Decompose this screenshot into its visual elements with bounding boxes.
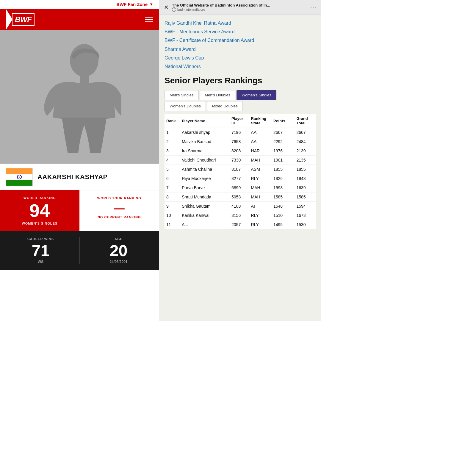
info-icon[interactable]: i [172, 7, 176, 12]
table-row: 3 Ira Sharma 8208 HAR 1976 2139 [165, 146, 316, 156]
cell-id: 6899 [230, 183, 249, 192]
flag-stripe-green [6, 180, 32, 186]
nav-link-rajiv[interactable]: Rajiv Gandhi Khel Ratna Award [165, 19, 316, 27]
cell-state: AI [249, 202, 272, 211]
th-points: Points [272, 114, 295, 128]
cell-points: 1510 [272, 211, 295, 220]
women-singles-label: WOMEN'S SINGLES [5, 222, 75, 225]
tab-mixed-doubles[interactable]: Mixed Doubles [207, 101, 243, 111]
browser-title: The Official Website of Badminton Associ… [172, 3, 307, 7]
cell-points: 1585 [272, 192, 295, 202]
cell-id: 4108 [230, 202, 249, 211]
cell-points: 1548 [272, 202, 295, 211]
cell-state: RLY [249, 174, 272, 183]
cell-state: MAH [249, 192, 272, 202]
cell-rank: 6 [165, 174, 180, 183]
tab-mens-singles[interactable]: Men's Singles [165, 90, 199, 100]
cell-id: 2057 [230, 220, 249, 229]
age-label: AGE [83, 237, 154, 241]
browser-more-button[interactable]: ··· [310, 4, 317, 10]
cell-name: Kanika Kanwal [180, 211, 230, 220]
career-divider [79, 237, 80, 264]
cell-id: 5058 [230, 192, 249, 202]
tab-womens-doubles[interactable]: Women's Doubles [165, 101, 206, 111]
career-wins-box: CAREER WINS 71 WS [5, 237, 76, 264]
tab-mens-doubles[interactable]: Men's Doubles [200, 90, 236, 100]
flag-stripe-orange [6, 168, 32, 174]
cell-total: 1530 [295, 220, 316, 229]
cell-rank: 5 [165, 165, 180, 174]
tab-womens-singles[interactable]: Women's Singles [237, 90, 276, 100]
nav-link-george[interactable]: George Lewis Cup [165, 54, 316, 62]
cell-id: 7330 [230, 156, 249, 165]
cell-id: 7196 [230, 128, 249, 137]
browser-title-area: The Official Website of Badminton Associ… [172, 3, 307, 12]
world-ranking-value: 94 [5, 201, 75, 220]
nav-link-bwf-meritorious[interactable]: BWF - Meritorious Service Award [165, 28, 316, 36]
cell-points: 1855 [272, 165, 295, 174]
world-ranking-box: WORLD RANKING 94 WOMEN'S SINGLES [0, 190, 79, 231]
cell-id: 3107 [230, 165, 249, 174]
no-current-label: NO CURRENT RANKING [84, 215, 154, 219]
player-silhouette [0, 30, 159, 164]
left-panel: BWF Fan Zone ▼ BWF [0, 0, 159, 321]
cell-state: HAR [249, 146, 272, 156]
bwf-header: BWF [0, 9, 159, 30]
cell-name: Shikha Gautam [180, 202, 230, 211]
cell-points: 1826 [272, 174, 295, 183]
table-row: 8 Shruti Mundada 5058 MAH 1585 1585 [165, 192, 316, 202]
cell-state: AAI [249, 137, 272, 146]
nav-link-national-winners[interactable]: National Winners [165, 62, 316, 71]
player-name: AAKARSHI KASHYAP [37, 173, 108, 181]
table-row: 7 Purva Barve 6899 MAH 1593 1639 [165, 183, 316, 192]
world-tour-ranking-box: WORLD TOUR RANKING — NO CURRENT RANKING [79, 190, 159, 231]
cell-total: 2139 [295, 146, 316, 156]
cell-total: 2484 [295, 137, 316, 146]
cell-id: 8208 [230, 146, 249, 156]
ranking-section: WORLD RANKING 94 WOMEN'S SINGLES WORLD T… [0, 190, 159, 231]
nav-link-bwf-certificate[interactable]: BWF - Certificate of Commendation Award [165, 36, 316, 44]
career-wins-value: 71 [5, 242, 76, 259]
fan-zone-label[interactable]: BWF Fan Zone [116, 2, 148, 7]
browser-close-button[interactable]: ✕ [164, 4, 168, 11]
cell-points: 1901 [272, 156, 295, 165]
career-wins-label: CAREER WINS [5, 237, 76, 241]
cell-total: 2667 [295, 128, 316, 137]
cell-points: 2292 [272, 137, 295, 146]
svg-rect-1 [80, 75, 89, 84]
table-row: 2 Malvika Bansod 7658 AAI 2292 2484 [165, 137, 316, 146]
player-name-bar: ⊙ AAKARSHI KASHYAP [0, 164, 159, 190]
right-panel: ✕ The Official Website of Badminton Asso… [159, 0, 321, 321]
hamburger-line-3 [145, 21, 153, 22]
nav-links: Rajiv Gandhi Khel Ratna Award BWF - Meri… [165, 19, 316, 71]
th-total: GrandTotal [295, 114, 316, 128]
table-row: 1 Aakarshi shyap 7196 AAI 2667 2667 [165, 128, 316, 137]
browser-url-bar: i badmintonindia.org [172, 7, 307, 12]
th-rank: Rank [165, 114, 180, 128]
content-area: Rajiv Gandhi Khel Ratna Award BWF - Meri… [159, 15, 321, 321]
cell-points: 1976 [272, 146, 295, 156]
world-tour-label: WORLD TOUR RANKING [84, 196, 154, 200]
browser-url-text[interactable]: badmintonindia.org [177, 8, 205, 11]
fan-zone-arrow[interactable]: ▼ [149, 2, 153, 7]
cell-state: RLY [249, 220, 272, 229]
cell-total: 1943 [295, 174, 316, 183]
cell-total: 1855 [295, 165, 316, 174]
cell-state: MAH [249, 156, 272, 165]
table-row: 11 A... 2057 RLY 1495 1530 [165, 220, 316, 229]
hamburger-menu[interactable] [145, 17, 153, 22]
bwf-logo[interactable]: BWF [6, 9, 35, 30]
nav-link-sharma[interactable]: Sharma Award [165, 45, 316, 53]
cell-name: Ira Sharma [180, 146, 230, 156]
cell-name: Vaidehi Choudhari [180, 156, 230, 165]
age-box: AGE 20 24/08/2001 [83, 237, 154, 264]
hamburger-line-2 [145, 19, 153, 20]
cell-rank: 3 [165, 146, 180, 156]
section-title: Senior Players Rankings [165, 76, 316, 85]
cell-state: ASM [249, 165, 272, 174]
tabs-row-1: Men's Singles Men's Doubles Women's Sing… [165, 90, 316, 100]
age-dob: 24/08/2001 [83, 260, 154, 264]
cell-name: Riya Mookerjee [180, 174, 230, 183]
cell-points: 1593 [272, 183, 295, 192]
rankings-table: Rank Player Name PlayerID RankingState P… [165, 114, 316, 229]
